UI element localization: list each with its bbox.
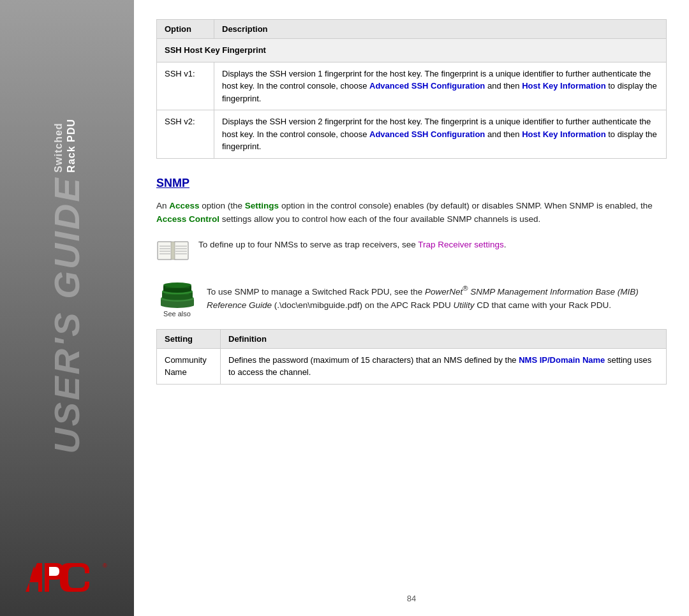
powernet-italic: PowerNet: [425, 287, 463, 297]
table1-col2-header: Description: [214, 20, 667, 39]
table1-col1-header: Option: [157, 20, 214, 39]
link-host-key-1[interactable]: Host Key Information: [522, 81, 605, 91]
ssh-table: Option Description SSH Host Key Fingerpr…: [156, 19, 667, 159]
settings-link[interactable]: Settings: [245, 201, 279, 210]
svg-text:®: ®: [103, 562, 107, 569]
sidebar: USER'S GUIDE Switched Rack PDU: [0, 0, 134, 616]
table1-row1-option: SSH v1:: [157, 62, 214, 110]
sidebar-rack-pdu-text: Rack PDU: [66, 119, 77, 172]
see-also-box: See also To use SNMP to manage a Switche…: [156, 278, 667, 318]
svg-point-23: [163, 282, 191, 288]
setting-table: Setting Definition CommunityName Defines…: [156, 329, 667, 385]
snmp-heading: SNMP: [156, 177, 667, 190]
table2-col1-header: Setting: [157, 329, 221, 348]
table-row: CommunityName Defines the password (maxi…: [157, 348, 667, 384]
note-trap-receivers: To define up to four NMSs to serve as tr…: [156, 238, 667, 267]
utility-italic: Utility: [453, 300, 474, 310]
sidebar-title-area: USER'S GUIDE Switched Rack PDU: [51, 13, 83, 560]
table2-row1-definition: Defines the password (maximum of 15 char…: [221, 348, 667, 384]
snmp-intro-paragraph: An Access option (the Settings option in…: [156, 199, 667, 226]
sidebar-switched-text: Switched: [53, 119, 64, 172]
table-row: SSH v1: Displays the SSH version 1 finge…: [157, 62, 667, 110]
link-advanced-ssh-1[interactable]: Advanced SSH Configuration: [369, 81, 485, 91]
registered-mark: ®: [463, 284, 468, 292]
svg-rect-4: [158, 242, 172, 260]
svg-rect-5: [174, 242, 188, 260]
table1-section-header: SSH Host Key Fingerprint: [157, 39, 667, 62]
sidebar-users-guide-text: USER'S GUIDE: [51, 177, 83, 454]
table2-col2-header: Definition: [221, 329, 667, 348]
table1-row1-desc: Displays the SSH version 1 fingerprint f…: [214, 62, 667, 110]
note-trap-text: To define up to four NMSs to serve as tr…: [198, 238, 507, 252]
table1-row2-option: SSH v2:: [157, 110, 214, 159]
link-advanced-ssh-2[interactable]: Advanced SSH Configuration: [369, 129, 485, 139]
page-number: 84: [156, 587, 667, 603]
table1-row2-desc: Displays the SSH version 2 fingerprint f…: [214, 110, 667, 159]
note-book-icon: [156, 238, 189, 267]
see-also-text: To use SNMP to manage a Switched Rack PD…: [207, 282, 667, 312]
trap-receiver-link[interactable]: Trap Receiver settings: [418, 240, 504, 249]
access-control-link[interactable]: Access Control: [156, 214, 219, 224]
mib-italic: SNMP Management Information Base (MIB) R…: [207, 287, 639, 311]
see-also-icon-wrap: See also: [156, 278, 198, 318]
table2-row1-setting: CommunityName: [157, 348, 221, 384]
svg-rect-6: [171, 242, 175, 260]
apc-logo: ®: [26, 560, 108, 597]
nms-ip-domain-link[interactable]: NMS IP/Domain Name: [519, 355, 605, 365]
link-host-key-2[interactable]: Host Key Information: [522, 129, 605, 139]
main-content: Option Description SSH Host Key Fingerpr…: [134, 0, 689, 616]
table-row: SSH v2: Displays the SSH version 2 finge…: [157, 110, 667, 159]
access-link[interactable]: Access: [169, 201, 199, 210]
see-also-label: See also: [163, 310, 191, 318]
